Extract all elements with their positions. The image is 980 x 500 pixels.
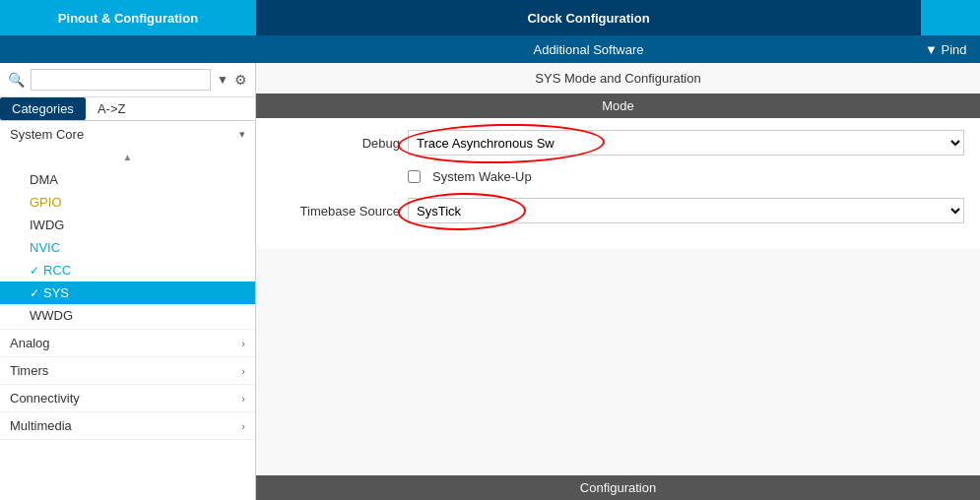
tab-az[interactable]: A->Z xyxy=(86,97,138,120)
sidebar-item-rcc[interactable]: ✓ RCC xyxy=(0,259,255,281)
mode-section: Mode Debug Trace Asynchronous Sw No Debu… xyxy=(256,94,980,249)
nvic-label: NVIC xyxy=(30,240,60,255)
sub-pind[interactable]: ▼ Pind xyxy=(921,42,980,57)
connectivity-arrow: › xyxy=(241,393,245,405)
additional-software-label: Additional Software xyxy=(533,42,643,57)
sidebar-tabs: Categories A->Z xyxy=(0,97,255,121)
sidebar-group-multimedia: Multimedia › xyxy=(0,412,255,440)
gpio-label: GPIO xyxy=(30,195,62,210)
sidebar-item-wwdg[interactable]: WWDG xyxy=(0,304,255,327)
debug-label: Debug xyxy=(272,136,400,151)
sidebar-group-system-core: System Core ▾ ▲ DMA GPIO IWDG xyxy=(0,121,255,330)
sidebar-group-analog: Analog › xyxy=(0,330,255,357)
sidebar-item-nvic[interactable]: NVIC xyxy=(0,236,255,259)
tab-clock-label: Clock Configuration xyxy=(527,11,649,26)
sidebar-item-sys[interactable]: ✓ SYS xyxy=(0,281,255,304)
tab-clock[interactable]: Clock Configuration xyxy=(256,0,921,35)
system-wakeup-row: System Wake-Up xyxy=(272,169,964,184)
search-input[interactable] xyxy=(31,69,211,91)
top-header: Pinout & Configuration Clock Configurati… xyxy=(0,0,980,35)
sidebar-group-header-multimedia[interactable]: Multimedia › xyxy=(0,412,255,439)
system-core-title: System Core xyxy=(10,127,84,142)
rcc-checkmark: ✓ xyxy=(30,264,39,278)
sidebar-group-header-connectivity[interactable]: Connectivity › xyxy=(0,385,255,411)
timebase-label: Timebase Source xyxy=(272,204,400,219)
pind-label: ▼ Pind xyxy=(925,42,967,57)
sys-checkmark: ✓ xyxy=(30,286,39,300)
system-wakeup-checkbox[interactable] xyxy=(408,170,421,183)
sidebar-group-header-analog[interactable]: Analog › xyxy=(0,330,255,356)
timebase-select[interactable]: SysTick TIM1 TIM2 TIM3 xyxy=(408,198,964,223)
analog-arrow: › xyxy=(241,338,245,349)
mode-content: Debug Trace Asynchronous Sw No Debug Ser… xyxy=(256,118,980,249)
timebase-row: Timebase Source SysTick TIM1 TIM2 TIM3 xyxy=(272,198,964,223)
timers-title: Timers xyxy=(10,363,48,378)
multimedia-title: Multimedia xyxy=(10,418,72,433)
tab-categories[interactable]: Categories xyxy=(0,97,86,120)
sidebar-content: System Core ▾ ▲ DMA GPIO IWDG xyxy=(0,121,255,500)
mode-header: Mode xyxy=(256,94,980,118)
sidebar-group-connectivity: Connectivity › xyxy=(0,385,255,412)
sidebar-item-gpio[interactable]: GPIO xyxy=(0,191,255,214)
system-wakeup-label: System Wake-Up xyxy=(432,169,532,184)
rcc-label: RCC xyxy=(43,263,71,278)
content-spacer xyxy=(256,249,980,475)
debug-select[interactable]: Trace Asynchronous Sw No Debug Serial Wi… xyxy=(408,130,964,156)
multimedia-arrow: › xyxy=(241,420,245,432)
tab-pinout[interactable]: Pinout & Configuration xyxy=(0,0,256,35)
sys-label: SYS xyxy=(43,285,69,300)
sidebar: 🔍 ▼ ⚙ Categories A->Z System Core ▾ ▲ xyxy=(0,63,256,500)
sub-additional[interactable]: Additional Software xyxy=(256,42,921,57)
up-arrow-section: ▲ xyxy=(0,148,255,166)
config-bar: Configuration xyxy=(256,475,980,500)
main-layout: 🔍 ▼ ⚙ Categories A->Z System Core ▾ ▲ xyxy=(0,63,980,500)
analog-title: Analog xyxy=(10,336,49,350)
up-arrow[interactable]: ▲ xyxy=(123,152,133,162)
search-icon: 🔍 xyxy=(8,72,25,88)
sidebar-item-dma[interactable]: DMA xyxy=(0,168,255,191)
sub-header: Additional Software ▼ Pind xyxy=(0,35,980,63)
sidebar-group-header-timers[interactable]: Timers › xyxy=(0,357,255,384)
sidebar-group-header-system-core[interactable]: System Core ▾ xyxy=(0,121,255,148)
sidebar-item-iwdg[interactable]: IWDG xyxy=(0,214,255,236)
search-dropdown-arrow[interactable]: ▼ xyxy=(217,73,229,87)
sidebar-group-timers: Timers › xyxy=(0,357,255,385)
content-title: SYS Mode and Configuration xyxy=(256,63,980,94)
system-core-arrow: ▾ xyxy=(239,128,245,141)
search-row: 🔍 ▼ ⚙ xyxy=(0,63,255,97)
timers-arrow: › xyxy=(241,365,245,377)
content-area: SYS Mode and Configuration Mode Debug Tr… xyxy=(256,63,980,500)
system-core-items: DMA GPIO IWDG NVIC ✓ RCC xyxy=(0,166,255,329)
gear-icon[interactable]: ⚙ xyxy=(234,72,247,88)
tab-pinout-label: Pinout & Configuration xyxy=(58,11,198,26)
debug-row: Debug Trace Asynchronous Sw No Debug Ser… xyxy=(272,130,964,156)
connectivity-title: Connectivity xyxy=(10,391,80,406)
tab-right[interactable] xyxy=(921,0,980,35)
